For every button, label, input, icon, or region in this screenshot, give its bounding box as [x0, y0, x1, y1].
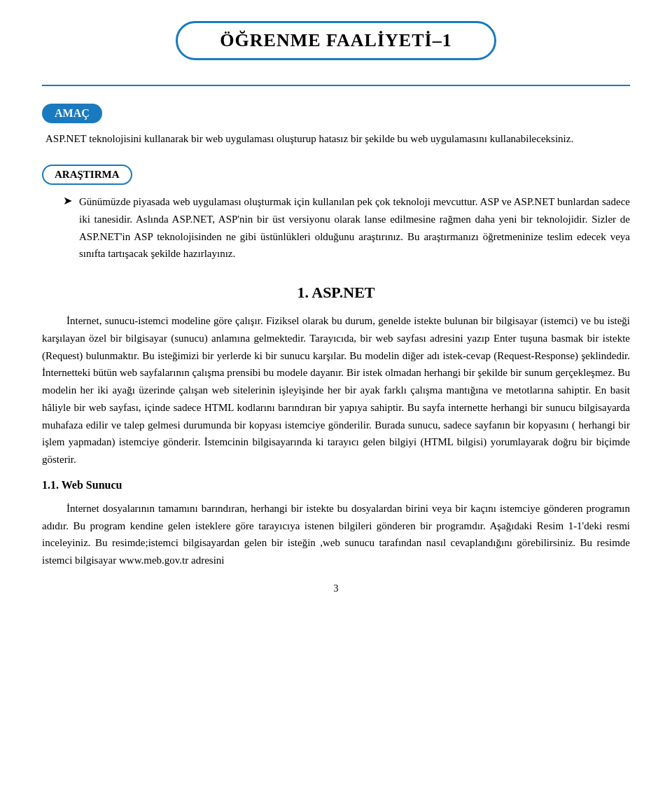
- arastirma-label: ARAŞTIRMA: [42, 165, 132, 185]
- page-container: ÖĞRENME FAALİYETİ–1 AMAÇ ASP.NET teknolo…: [42, 21, 630, 594]
- bullet-arrow-icon: ➤: [63, 194, 72, 207]
- title-box: ÖĞRENME FAALİYETİ–1: [176, 21, 496, 60]
- page-number: 3: [42, 583, 630, 594]
- arastirma-section: ARAŞTIRMA ➤ Günümüzde piyasada web uygul…: [42, 165, 630, 263]
- section1-heading: 1. ASP.NET: [42, 284, 630, 302]
- section1-1-paragraph1: İnternet dosyalarının tamamını barındıra…: [42, 500, 630, 569]
- arastirma-content: ➤ Günümüzde piyasada web uygulaması oluş…: [63, 193, 630, 263]
- bullet-item: ➤ Günümüzde piyasada web uygulaması oluş…: [63, 193, 630, 263]
- section1-1-heading: 1.1. Web Sunucu: [42, 479, 630, 492]
- title-divider: [42, 85, 630, 86]
- title-section: ÖĞRENME FAALİYETİ–1: [42, 21, 630, 60]
- amac-text: ASP.NET teknolojisini kullanarak bir web…: [46, 130, 630, 147]
- amac-section: AMAÇ ASP.NET teknolojisini kullanarak bi…: [42, 104, 630, 147]
- section1-paragraph1: İnternet, sunucu-istemci modeline göre ç…: [42, 312, 630, 468]
- bullet-text: Günümüzde piyasada web uygulaması oluştu…: [79, 193, 630, 263]
- amac-label: AMAÇ: [42, 104, 102, 123]
- page-title: ÖĞRENME FAALİYETİ–1: [220, 30, 451, 50]
